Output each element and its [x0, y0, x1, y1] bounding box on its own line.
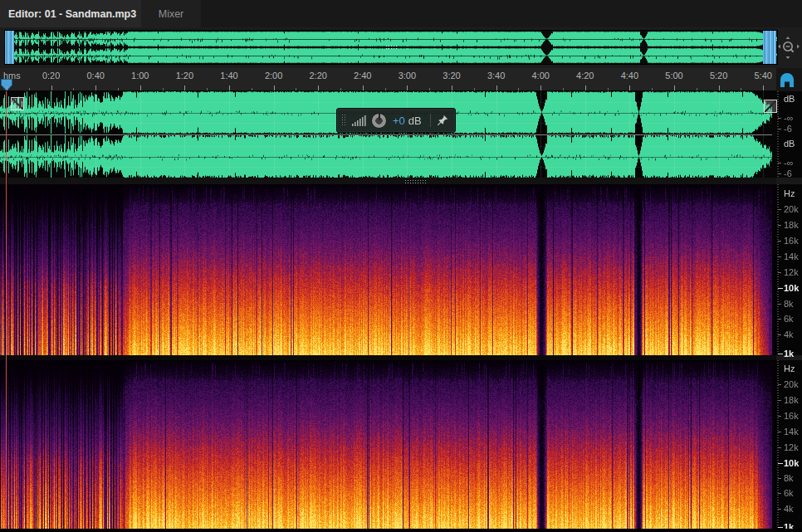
splitter-grip-icon[interactable]: [404, 179, 428, 183]
frequency-tick: [778, 272, 781, 273]
amplitude-unit-label: dB: [784, 139, 795, 149]
frequency-unit-label: Hz: [784, 189, 795, 198]
frequency-unit-label: Hz: [784, 364, 795, 373]
frequency-label: 18k: [784, 221, 799, 230]
timeline-ruler[interactable]: hms 0:200:401:001:201:402:002:202:403:00…: [0, 68, 776, 91]
amplitude-tick: [778, 173, 781, 174]
amplitude-tick: [778, 129, 781, 129]
time-label: 0:40: [81, 71, 110, 81]
time-label: 3:20: [438, 71, 466, 81]
time-label: 5:00: [660, 71, 688, 81]
ruler-tick-minor: [118, 88, 119, 90]
amplitude-ruler[interactable]: dB-∞-6dB-∞-6: [776, 91, 802, 178]
frequency-label: 20k: [784, 205, 799, 214]
frequency-tick: [778, 304, 781, 305]
ruler-tick-major: [629, 85, 630, 90]
amplitude-tick: [778, 163, 781, 164]
frequency-tick: [778, 447, 781, 448]
audition-editor-window: Editor: 01 - Sandman.mp3 ≡ Mixer hms: [0, 0, 802, 532]
ruler-tick-major: [496, 85, 497, 90]
frequency-label: 14k: [784, 427, 799, 437]
volume-bars-icon: [352, 115, 366, 126]
ruler-tick-major: [51, 85, 52, 90]
ruler-tick-major: [318, 85, 319, 90]
time-label: 5:40: [749, 71, 776, 81]
frequency-label: 12k: [784, 443, 799, 452]
ruler-tick-major: [763, 85, 764, 90]
time-label: 2:00: [260, 71, 288, 81]
frequency-label: 8k: [784, 474, 794, 483]
ruler-tick-major: [95, 85, 96, 90]
ruler-tick-major: [674, 85, 675, 90]
frequency-label: 18k: [784, 396, 799, 405]
ruler-tick-minor: [29, 88, 30, 90]
frequency-tick: [778, 225, 781, 226]
ruler-tick-major: [7, 85, 7, 90]
frequency-label: 6k: [784, 489, 794, 498]
time-label: 1:00: [126, 71, 154, 81]
gain-value: +0: [393, 115, 405, 127]
pin-icon[interactable]: [437, 115, 448, 126]
ruler-tick-minor: [652, 88, 653, 90]
ruler-tick-minor: [429, 88, 430, 90]
amplitude-unit-label: dB: [784, 95, 795, 104]
time-label: 4:00: [526, 71, 555, 81]
overview-left-handle[interactable]: [5, 31, 14, 64]
overview-waveform-strip[interactable]: [4, 30, 778, 65]
amplitude-label: -6: [784, 169, 792, 178]
frequency-label: 12k: [784, 268, 799, 277]
ruler-tick-minor: [73, 88, 74, 90]
ruler-tick-minor: [697, 88, 697, 90]
playhead-line[interactable]: [6, 91, 7, 529]
amplitude-label: -6: [784, 124, 792, 134]
frequency-tick: [778, 493, 781, 494]
zoom-navigate-icon[interactable]: [778, 37, 800, 59]
overview-right-handle[interactable]: [763, 31, 776, 64]
time-label: 2:40: [349, 71, 377, 81]
ruler-tick-minor: [608, 88, 609, 90]
hud-drag-handle[interactable]: [341, 114, 347, 127]
ruler-tick-minor: [474, 88, 475, 90]
frequency-label: 16k: [784, 237, 799, 246]
time-label: 1:20: [170, 71, 198, 81]
panel-splitter[interactable]: [0, 178, 776, 184]
ruler-tick-minor: [340, 88, 341, 90]
time-label: 3:40: [482, 71, 511, 81]
time-label: 5:20: [705, 71, 733, 81]
fade-out-handle[interactable]: [764, 100, 777, 113]
ruler-tick-minor: [252, 88, 252, 90]
spectrogram-display-2[interactable]: [0, 360, 776, 529]
frequency-tick: [778, 416, 781, 417]
time-label: 0:20: [37, 71, 66, 81]
gain-knob[interactable]: [371, 113, 387, 129]
overview-grip-dots-icon[interactable]: [385, 45, 397, 51]
frequency-ruler-2[interactable]: Hz20k18k16k14k12k10k8k6k4k1k: [776, 360, 802, 529]
mixer-tab-label: Mixer: [159, 8, 184, 20]
frequency-tick: [778, 527, 783, 528]
ruler-tick-minor: [163, 88, 164, 90]
frequency-tick: [778, 463, 783, 464]
frequency-ruler-1[interactable]: Hz20k18k16k14k12k10k8k6k4k1k: [776, 184, 802, 355]
frequency-label: 4k: [784, 505, 794, 514]
frequency-label: 16k: [784, 412, 799, 421]
ruler-tick-major: [184, 85, 185, 90]
amplitude-label: -∞: [784, 114, 794, 123]
frequency-tick: [778, 400, 781, 401]
time-label: 4:20: [571, 71, 599, 81]
tab-mixer[interactable]: Mixer: [141, 0, 201, 27]
tab-editor[interactable]: Editor: 01 - Sandman.mp3 ≡: [0, 0, 141, 27]
headphones-icon[interactable]: [779, 71, 795, 89]
bottom-edge: [0, 529, 802, 532]
spectrogram-channel-1: Hz20k18k16k14k12k10k8k6k4k1k: [0, 184, 802, 355]
spectrogram-display-1[interactable]: [0, 184, 776, 355]
ruler-tick-major: [140, 85, 141, 90]
gain-unit: dB: [408, 115, 422, 127]
ruler-tick-minor: [385, 88, 386, 90]
ruler-tick-major: [585, 85, 586, 90]
fade-in-handle[interactable]: [11, 97, 24, 110]
ruler-tick-major: [452, 85, 452, 90]
ruler-tick-major: [229, 85, 230, 90]
frequency-label: 10k: [784, 284, 799, 293]
waveform-display[interactable]: [0, 91, 776, 178]
frequency-tick: [778, 256, 781, 257]
